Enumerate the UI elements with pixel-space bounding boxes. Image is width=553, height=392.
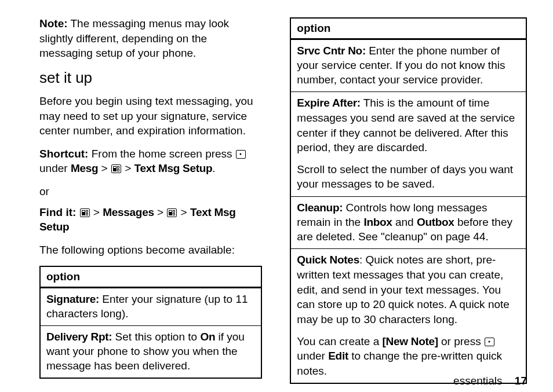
- gt1: >: [98, 162, 111, 174]
- table-row: Delivery Rpt: Set this option to On if y…: [40, 325, 261, 378]
- note-text: The messaging menus may look slightly di…: [39, 17, 229, 59]
- shortcut-paragraph: Shortcut: From the home screen press und…: [39, 146, 262, 176]
- option-text: Set this option to: [112, 331, 200, 343]
- period: .: [212, 162, 215, 174]
- fgt2: >: [154, 206, 167, 218]
- table-row: Expire After: This is the amount of time…: [290, 92, 526, 197]
- page-number: 17: [515, 375, 527, 387]
- outbox-label: Outbox: [417, 216, 454, 228]
- option-label-srvc-cntr: Srvc Cntr No:: [297, 45, 366, 57]
- menu-icon: [111, 164, 121, 173]
- section-heading: set it up: [39, 69, 262, 87]
- shortcut-text-1: From the home screen press: [88, 148, 235, 160]
- findit-paragraph: Find it: > Messages > > Text Msg Setup: [39, 205, 262, 235]
- footer-section: essentials: [453, 375, 503, 387]
- table-header: option: [290, 18, 526, 39]
- note-paragraph: Note: The messaging menus may look sligh…: [39, 16, 262, 61]
- option-text: or press: [438, 335, 484, 347]
- option-label-expire-after: Expire After:: [297, 97, 360, 109]
- inbox-label: Inbox: [363, 216, 392, 228]
- nav-key-icon: [236, 150, 246, 159]
- note-label: Note:: [39, 17, 68, 30]
- options-table-right: option Srvc Cntr No: Enter the phone num…: [290, 17, 527, 384]
- table-row: Cleanup: Controls how long messages rema…: [290, 197, 526, 249]
- option-on: On: [200, 331, 215, 343]
- shortcut-tms: Text Msg Setup: [134, 162, 213, 174]
- fgt3: >: [177, 206, 190, 218]
- shortcut-mesg: Mesg: [71, 162, 98, 174]
- right-column: option Srvc Cntr No: Enter the phone num…: [290, 16, 527, 384]
- table-row: Signature: Enter your signature (up to 1…: [40, 287, 261, 325]
- following-text: The following options become available:: [39, 243, 262, 258]
- page-footer: essentials 17: [453, 375, 527, 387]
- menu-icon: [80, 208, 90, 217]
- option-label-quick-notes: Quick Notes: [297, 254, 359, 266]
- and: and: [392, 216, 417, 228]
- shortcut-text-2: under: [39, 162, 71, 174]
- sp: [76, 206, 79, 218]
- fgt1: >: [90, 206, 103, 218]
- findit-label: Find it:: [39, 206, 76, 218]
- nav-key-icon: [485, 338, 494, 346]
- option-label-signature: Signature:: [46, 293, 99, 305]
- option-label-delivery-rpt: Delivery Rpt:: [46, 331, 112, 343]
- intro-paragraph: Before you begin using text messaging, y…: [39, 94, 262, 138]
- option-text: You can create a: [297, 335, 382, 347]
- findit-messages: Messages: [103, 206, 154, 218]
- table-row: Quick Notes: Quick notes are short, pre-…: [290, 249, 526, 384]
- table-header: option: [40, 266, 261, 288]
- shortcut-label: Shortcut:: [39, 148, 88, 160]
- options-table-left: option Signature: Enter your signature (…: [39, 266, 262, 379]
- option-text: under: [297, 350, 328, 362]
- edit-label: Edit: [328, 350, 348, 362]
- gt2: >: [122, 162, 134, 174]
- option-label-cleanup: Cleanup:: [297, 202, 343, 214]
- new-note-label: [New Note]: [383, 335, 438, 347]
- left-column: Note: The messaging menus may look sligh…: [39, 16, 262, 384]
- option-text: Scroll to select the number of days you …: [297, 162, 520, 192]
- menu-icon: [167, 208, 177, 217]
- or-text: or: [39, 184, 262, 199]
- table-row: Srvc Cntr No: Enter the phone number of …: [290, 39, 526, 92]
